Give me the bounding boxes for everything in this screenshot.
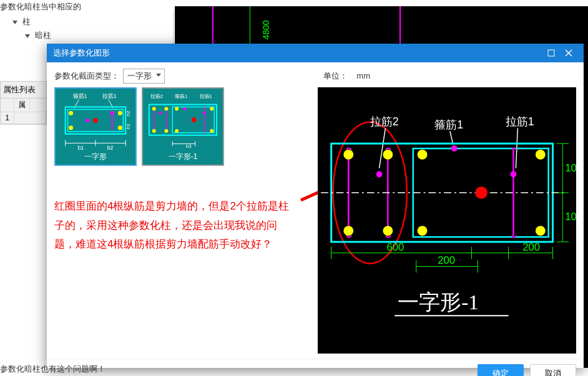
ok-button[interactable]: 确定 xyxy=(478,364,524,376)
property-col-header: 属 xyxy=(14,99,30,112)
annotation-text: 红圈里面的4根纵筋是剪力墙的，但是2个拉筋是柱子的，采用这种参数化柱，还是会出现… xyxy=(54,197,310,254)
svg-text:h1: h1 xyxy=(125,123,131,129)
close-icon xyxy=(565,49,572,57)
svg-text:b2: b2 xyxy=(107,145,114,151)
svg-point-38 xyxy=(152,129,156,133)
svg-text:一字形-1: 一字形-1 xyxy=(398,291,479,314)
svg-point-16 xyxy=(110,111,114,115)
svg-point-37 xyxy=(210,107,213,111)
section-type-label: 参数化截面类型： xyxy=(54,70,119,82)
svg-point-63 xyxy=(343,150,353,160)
minimize-button[interactable] xyxy=(542,47,560,59)
svg-point-67 xyxy=(343,226,353,236)
svg-text:箍筋1: 箍筋1 xyxy=(175,94,187,99)
svg-point-64 xyxy=(383,150,393,160)
property-panel: 属性列表 属 1 xyxy=(0,81,47,125)
footer-comment: 参数化暗柱也有这个问题啊！ xyxy=(0,364,105,375)
svg-rect-29 xyxy=(149,105,217,135)
dialog-toolbar: 参数化截面类型： 一字形 单位： mm xyxy=(47,62,584,87)
unit-label: 单位： xyxy=(323,71,348,80)
svg-point-11 xyxy=(118,111,122,115)
chevron-down-icon xyxy=(25,34,30,38)
dialog-title-text: 选择参数化图形 xyxy=(53,47,542,59)
svg-text:拉筋2: 拉筋2 xyxy=(370,115,399,128)
svg-text:箍筋1: 箍筋1 xyxy=(73,93,87,99)
shape-thumbnail-1[interactable]: 箍筋1 拉筋1 xyxy=(54,87,137,166)
dialog-titlebar[interactable]: 选择参数化图形 xyxy=(47,44,584,62)
svg-text:200: 200 xyxy=(522,241,540,253)
svg-point-43 xyxy=(159,112,162,115)
svg-line-54 xyxy=(380,128,386,168)
unit-display: 单位： mm xyxy=(323,70,370,82)
property-cell[interactable] xyxy=(14,112,46,123)
svg-point-71 xyxy=(376,171,383,178)
background-header-text: 参数化暗柱当中相应的 xyxy=(0,1,81,12)
svg-point-35 xyxy=(164,107,168,111)
svg-point-14 xyxy=(86,118,89,122)
svg-point-73 xyxy=(511,171,517,178)
svg-text:100: 100 xyxy=(565,162,576,174)
svg-text:600: 600 xyxy=(386,241,404,253)
cancel-button[interactable]: 取消 xyxy=(530,364,576,376)
svg-point-36 xyxy=(175,107,179,111)
svg-point-40 xyxy=(175,129,179,133)
svg-text:h2: h2 xyxy=(125,111,131,117)
preview-panel[interactable]: 拉筋2 箍筋1 拉筋1 xyxy=(318,87,576,354)
tree-item-label: 暗柱 xyxy=(35,31,51,40)
cad-dim-text: 4800 xyxy=(261,20,271,39)
svg-point-66 xyxy=(536,150,546,160)
tree-item-label: 柱 xyxy=(22,17,31,26)
svg-point-41 xyxy=(210,129,213,133)
property-row-num: 1 xyxy=(1,112,14,123)
svg-text:箍筋1: 箍筋1 xyxy=(434,118,463,131)
svg-point-69 xyxy=(418,226,428,236)
thumbnail-label: 一字形 xyxy=(56,152,135,162)
svg-point-42 xyxy=(192,117,197,122)
svg-point-12 xyxy=(69,126,73,130)
unit-value: mm xyxy=(356,71,370,80)
thumbnails-column: 箍筋1 拉筋1 xyxy=(54,87,310,354)
property-row-num-header xyxy=(1,99,14,112)
svg-rect-57 xyxy=(331,143,553,242)
svg-point-74 xyxy=(475,186,488,199)
svg-point-44 xyxy=(183,107,186,110)
property-panel-title: 属性列表 xyxy=(1,82,46,99)
dialog-footer: 确定 取消 xyxy=(47,359,584,376)
svg-point-13 xyxy=(118,126,122,130)
parametric-shape-dialog: 选择参数化图形 参数化截面类型： 一字形 单位： mm 箍筋1 拉筋1 xyxy=(47,44,584,368)
svg-point-34 xyxy=(152,107,156,111)
tree-item-column[interactable]: 柱 xyxy=(0,15,173,29)
section-type-select[interactable]: 一字形 xyxy=(123,69,165,84)
svg-point-10 xyxy=(69,111,73,115)
shape-thumbnail-2[interactable]: 拉筋2 箍筋1 拉筋1 b3 xyxy=(142,87,224,166)
svg-point-68 xyxy=(383,226,393,236)
svg-text:拉筋1: 拉筋1 xyxy=(200,94,212,99)
svg-point-45 xyxy=(203,112,206,115)
svg-text:200: 200 xyxy=(438,254,455,266)
tree-item-hidden-column[interactable]: 暗柱 xyxy=(0,29,173,42)
svg-text:100: 100 xyxy=(565,211,576,223)
svg-point-15 xyxy=(93,118,98,123)
svg-text:b1: b1 xyxy=(77,145,84,151)
svg-text:拉筋1: 拉筋1 xyxy=(102,93,117,99)
svg-point-72 xyxy=(451,145,458,152)
chevron-down-icon xyxy=(12,21,17,24)
svg-text:拉筋2: 拉筋2 xyxy=(150,94,163,99)
minimize-icon xyxy=(547,49,555,57)
svg-text:拉筋1: 拉筋1 xyxy=(506,115,534,128)
svg-point-70 xyxy=(536,226,546,236)
thumbnail-label: 一字形-1 xyxy=(143,152,223,162)
svg-point-65 xyxy=(418,150,428,160)
svg-point-39 xyxy=(164,129,168,133)
svg-rect-0 xyxy=(548,50,554,56)
close-button[interactable] xyxy=(560,47,577,59)
